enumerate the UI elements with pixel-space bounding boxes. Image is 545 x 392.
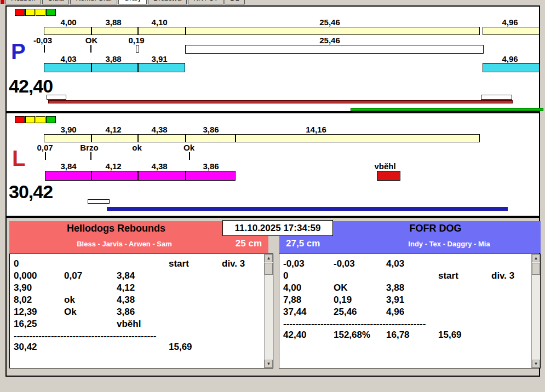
marker-box bbox=[47, 95, 66, 100]
cell: 15,69 bbox=[438, 330, 462, 341]
dog-time-label: 4,96 bbox=[502, 54, 518, 64]
sensor-label: 0,19 bbox=[128, 36, 144, 45]
sensor-label: 25,46 bbox=[319, 36, 340, 45]
tab-bar: Rozběh Čidla Kombi Graf Grafy Družstva K… bbox=[5, 0, 246, 4]
scroll-thumb[interactable] bbox=[532, 263, 540, 275]
scroll-up-button[interactable]: ▲ bbox=[265, 254, 273, 262]
result-row: 4,00 OK 3,88 bbox=[279, 283, 540, 295]
tab-kombi-graf[interactable]: Kombi Graf bbox=[70, 0, 117, 4]
team-left-dogs: Bless - Jarvis - Arwen - Sam bbox=[26, 240, 223, 248]
tab-rozbeh[interactable]: Rozběh bbox=[5, 0, 41, 4]
lane-letter-p: P bbox=[11, 41, 26, 62]
cell: 37,44 bbox=[283, 307, 307, 318]
split-divider bbox=[91, 63, 92, 72]
cell: 3,88 bbox=[386, 283, 404, 293]
scroll-down-button[interactable]: ▼ bbox=[532, 360, 540, 368]
cell: start bbox=[169, 258, 189, 269]
team-left-jump-height: 25 cm bbox=[236, 238, 262, 249]
cell: div. 3 bbox=[491, 270, 514, 281]
split-bar bbox=[44, 27, 480, 35]
sensor-label: OK bbox=[85, 36, 98, 45]
result-row: 0 start div. 3 bbox=[10, 258, 273, 270]
scrollbar[interactable]: ▲ ▼ bbox=[264, 254, 273, 368]
team-right-dogs: Indy - Tex - Daggry - Mia bbox=[362, 240, 537, 248]
split-divider bbox=[235, 134, 236, 142]
result-row: 0,000 0,07 3,84 bbox=[10, 270, 273, 283]
scroll-up-button[interactable]: ▲ bbox=[532, 254, 540, 262]
start-light-2 bbox=[25, 9, 35, 16]
tab-grafy[interactable]: Grafy bbox=[118, 0, 147, 4]
team-left-name: Hellodogs Rebounds bbox=[9, 223, 223, 234]
split-time-label: 4,12 bbox=[105, 125, 121, 134]
result-row: -0,03 -0,03 4,03 bbox=[279, 258, 540, 270]
lane-l-total-time: 30,42 bbox=[9, 182, 53, 201]
split-divider bbox=[91, 171, 92, 181]
cell: 4,03 bbox=[386, 258, 404, 269]
cell: 152,68% bbox=[334, 330, 370, 341]
tab-kk-st[interactable]: KK / ST bbox=[188, 0, 223, 4]
timeline-red bbox=[48, 100, 513, 103]
result-row: 12,39 Ok 3,86 bbox=[10, 307, 273, 319]
cell: 3,91 bbox=[386, 295, 404, 305]
start-light-1 bbox=[15, 9, 25, 16]
dog-time-label: 4,12 bbox=[105, 162, 121, 171]
result-row: 0 start div. 3 bbox=[279, 270, 540, 283]
start-light-3 bbox=[36, 9, 45, 16]
timeline-blue bbox=[107, 207, 508, 211]
start-light-1 bbox=[15, 116, 25, 123]
app-window: Rozběh Čidla Kombi Graf Grafy Družstva K… bbox=[0, 0, 545, 392]
cell: OK bbox=[334, 283, 348, 293]
scroll-down-button[interactable]: ▼ bbox=[265, 360, 273, 368]
split-divider bbox=[137, 27, 139, 35]
cell: 0,000 bbox=[14, 270, 37, 281]
cell: 7,88 bbox=[283, 295, 301, 305]
cell: 12,39 bbox=[14, 307, 37, 318]
results-area: Hellodogs Rebounds Bless - Jarvis - Arwe… bbox=[5, 217, 540, 377]
dog-time-bar-last bbox=[483, 63, 540, 72]
cell: 3,90 bbox=[14, 283, 32, 293]
tab-cidla[interactable]: Čidla bbox=[42, 0, 70, 4]
split-time-label: 4,96 bbox=[502, 18, 518, 27]
marker-box bbox=[88, 199, 110, 204]
start-light-2 bbox=[25, 116, 35, 123]
cell: 16,25 bbox=[14, 319, 37, 330]
cell: start bbox=[438, 270, 458, 281]
dog-time-bar bbox=[45, 171, 236, 181]
results-divider: ----------------------------------------… bbox=[279, 319, 540, 330]
vbehl-label: vběhl bbox=[374, 162, 395, 171]
vbehl-bar bbox=[377, 171, 400, 181]
cell: 3,84 bbox=[117, 270, 135, 281]
lane-l-panel: 3,90 4,12 4,38 3,86 14,16 0,07 Brzo ok O… bbox=[5, 112, 540, 217]
split-bar-last bbox=[483, 27, 540, 35]
split-time-label: 14,16 bbox=[306, 125, 326, 134]
tick-mark bbox=[44, 45, 45, 53]
scrollbar[interactable]: ▲ ▼ bbox=[531, 254, 540, 368]
tick-mark bbox=[90, 45, 91, 53]
dog-time-label: 4,38 bbox=[151, 162, 167, 171]
team-right-results[interactable]: -0,03 -0,03 4,03 0 start div. 3 4,00 OK … bbox=[279, 253, 541, 368]
dog-time-label: 3,88 bbox=[105, 54, 121, 64]
split-time-label: 25,46 bbox=[319, 18, 340, 27]
results-divider: ----------------------------------------… bbox=[10, 331, 273, 342]
team-right-name: FOFR DOG bbox=[331, 223, 540, 234]
timestamp-box: 11.10.2025 17:34:59 bbox=[222, 220, 333, 236]
tick-mark bbox=[189, 152, 190, 160]
cell: ok bbox=[64, 295, 75, 305]
tab-druzstva[interactable]: Družstva bbox=[148, 0, 187, 4]
start-light-4 bbox=[46, 116, 56, 123]
cell: 16,78 bbox=[386, 330, 410, 341]
scroll-thumb[interactable] bbox=[265, 263, 273, 275]
team-left-results[interactable]: 0 start div. 3 0,000 0,07 3,84 3,90 4,12… bbox=[9, 253, 273, 368]
result-row: 37,44 25,46 4,96 bbox=[279, 307, 540, 319]
dog-time-label: 4,03 bbox=[60, 54, 76, 64]
tab-dl[interactable]: DL bbox=[225, 0, 245, 4]
total-row: 42,40 152,68% 16,78 15,69 bbox=[279, 330, 540, 342]
dog-time-label: 3,86 bbox=[203, 162, 219, 171]
dog-time-bar bbox=[44, 63, 185, 72]
split-divider bbox=[185, 171, 186, 181]
sensor-label: 0,07 bbox=[37, 143, 53, 152]
split-divider bbox=[137, 134, 139, 142]
start-light-4 bbox=[46, 9, 56, 16]
split-time-label: 3,88 bbox=[105, 18, 121, 27]
split-divider bbox=[91, 27, 92, 35]
